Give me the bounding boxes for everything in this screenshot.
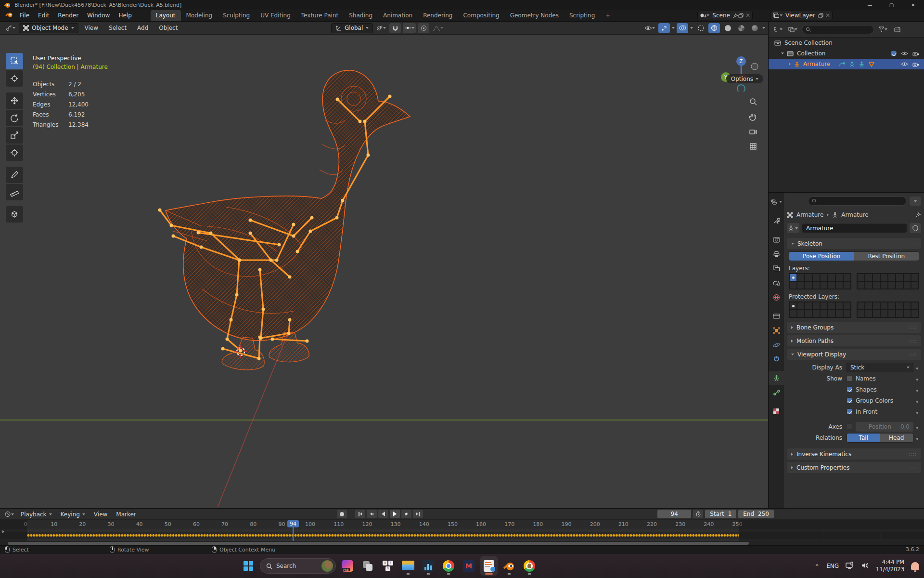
animate-dot[interactable] [913,408,921,415]
outliner-row-armature[interactable]: Armature [769,59,924,69]
tool-annotate[interactable] [6,167,23,183]
viewlayer-selector[interactable]: ViewLayer ✕ [770,11,833,20]
jump-to-start-button[interactable] [355,510,365,518]
properties-filter-dropdown[interactable] [910,197,921,206]
prev-keyframe-button[interactable] [367,510,377,518]
camera-view-icon[interactable] [749,127,757,136]
workspace-tab-rendering[interactable]: Rendering [418,10,458,21]
use-preview-range-button[interactable] [693,510,703,518]
outliner-filter-button[interactable] [877,25,889,35]
tab-object-data-armature[interactable] [769,371,784,385]
armature-render-camera-icon[interactable] [912,62,919,67]
timeline-menu-playback[interactable]: Playback [17,511,55,518]
maximize-button[interactable]: ▢ [881,0,902,10]
unlink-scene-icon[interactable]: ✕ [745,12,750,19]
shading-solid-button[interactable] [722,23,733,33]
tab-output[interactable] [769,247,784,261]
scene-selector[interactable]: Scene ✕ [697,11,753,20]
collection-exclude-checkbox[interactable] [891,51,897,56]
keyframes-strip[interactable] [27,532,739,539]
tab-constraints[interactable] [769,352,784,367]
panel-header-skeleton[interactable]: Skeleton:::: [787,238,921,249]
channel-expand-arrow[interactable] [2,530,4,533]
tab-physics[interactable] [769,338,784,352]
shading-rendered-button[interactable] [749,23,760,33]
outliner-row-collection[interactable]: Collection [769,48,924,59]
new-viewlayer-icon[interactable] [818,13,823,18]
menu-help[interactable]: Help [114,11,136,20]
zoom-icon[interactable] [749,97,757,106]
tab-texture[interactable] [769,404,784,419]
next-keyframe-button[interactable] [401,510,411,518]
taskbar-search[interactable]: Search [260,558,336,574]
collection-hide-eye-icon[interactable] [901,51,908,56]
pivot-point-dropdown[interactable] [375,23,387,33]
current-frame-badge[interactable]: 94 [287,520,299,527]
tool-scale[interactable] [6,127,23,144]
workspace-tab-sculpting[interactable]: Sculpting [218,10,255,21]
shading-dropdown[interactable] [762,27,765,29]
tool-transform[interactable] [6,144,23,161]
tray-language[interactable]: ENG [826,563,839,569]
menu-window[interactable]: Window [83,11,114,20]
new-scene-icon[interactable] [738,13,744,18]
taskbar-app-task-manager[interactable] [420,556,437,576]
properties-editor-type-button[interactable] [769,195,784,209]
pose-position-button[interactable]: Pose Position [789,252,854,261]
shading-material-button[interactable] [735,23,747,33]
outliner-row-scene-collection[interactable]: Scene Collection [769,38,924,48]
timeline-menu-marker[interactable]: Marker [113,511,139,518]
datablock-name-field[interactable]: Armature [802,223,907,233]
tool-add-cube[interactable] [6,206,23,223]
viewport-menu-select[interactable]: Select [104,23,131,33]
start-button[interactable] [240,556,257,576]
navigation-gizmo[interactable]: Z Y [721,39,761,92]
menu-edit[interactable]: Edit [34,11,53,20]
workspace-tab-scripting[interactable]: Scripting [564,10,600,21]
timeline-menu-view[interactable]: View [90,511,111,518]
layer-grid-block[interactable] [857,273,919,289]
blender-menu-icon[interactable] [5,12,13,19]
tool-cursor[interactable] [6,70,23,87]
overlays-toggle[interactable] [677,23,688,33]
taskbar-app-chrome-profile[interactable] [521,556,538,576]
workspace-tab-texture-paint[interactable]: Texture Paint [296,10,344,21]
animate-dot[interactable] [913,375,921,382]
options-button[interactable]: Options [726,74,763,83]
snap-toggle[interactable] [389,23,401,33]
timeline-menu-keying[interactable]: Keying [57,511,89,518]
panel-header-inverse-kinematics[interactable]: Inverse Kinematics:::: [787,448,921,460]
fake-user-shield-icon[interactable] [910,223,921,233]
panel-header-custom-properties[interactable]: Custom Properties:::: [787,462,921,473]
new-collection-button[interactable] [892,25,903,35]
shapes-checkbox[interactable] [847,386,853,393]
outliner-search-input[interactable] [802,25,874,34]
workspace-tab-compositing[interactable]: Compositing [458,10,504,21]
scrollbar-thumb[interactable] [8,542,749,545]
tab-tool[interactable] [769,213,784,228]
tab-bone[interactable] [769,385,784,400]
taskbar-app-blender[interactable] [500,556,518,576]
taskbar-app-file-explorer[interactable] [399,556,417,576]
add-workspace-button[interactable]: + [600,10,616,21]
breadcrumb-object[interactable]: Armature [796,211,823,218]
display-as-dropdown[interactable]: Stick [847,363,913,372]
workspace-tab-layout[interactable]: Layout [151,10,181,21]
in-front-checkbox[interactable] [847,408,853,415]
proportional-editing-toggle[interactable] [418,23,429,33]
taskbar-app-m[interactable]: M [460,556,477,576]
armature-hide-eye-icon[interactable] [901,62,908,66]
rest-position-button[interactable]: Rest Position [854,252,919,261]
taskbar-app-chrome[interactable] [440,556,457,576]
taskbar-app-keyboard-keys[interactable]: uin [379,556,397,576]
jump-to-end-button[interactable] [413,510,423,518]
workspace-tab-geometry-nodes[interactable]: Geometry Nodes [505,10,564,21]
outliner-editor-type-button[interactable] [771,25,784,35]
animate-dot[interactable] [913,434,921,441]
properties-search-input[interactable] [808,197,907,206]
animate-dot[interactable] [913,423,921,430]
panel-header-bone-groups[interactable]: Bone Groups:::: [787,322,921,333]
auto-keying-button[interactable] [337,510,347,518]
relations-tail-button[interactable]: Tail [847,434,880,442]
taskbar-app-premiere[interactable]: PRE [339,556,356,576]
